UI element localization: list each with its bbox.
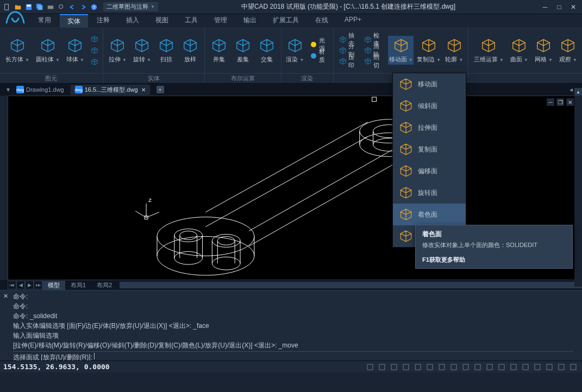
- doc-tab[interactable]: dwgDrawing1.dwg: [12, 85, 68, 95]
- workspace-dropdown[interactable]: 二维草图与注释 ▼: [103, 2, 158, 11]
- tab-工具[interactable]: 工具: [177, 14, 205, 28]
- qat-preview-icon[interactable]: [57, 2, 66, 12]
- menu-item-colorface[interactable]: 着色面: [393, 204, 466, 225]
- svg-rect-49: [391, 364, 397, 370]
- rotateface-icon: [398, 185, 414, 200]
- layout-first-icon[interactable]: ⏮: [8, 281, 16, 289]
- status-osnap-icon[interactable]: [412, 362, 423, 372]
- status-grid-icon[interactable]: [377, 362, 387, 372]
- view-button[interactable]: 观察 ▼: [557, 36, 579, 65]
- 3dop-button[interactable]: 三维运算 ▼: [472, 36, 506, 65]
- extrude-button[interactable]: 拉伸 ▼: [107, 36, 129, 65]
- status-dyn-icon[interactable]: [436, 362, 447, 372]
- qat-plot-icon[interactable]: [46, 2, 55, 12]
- layout-last-icon[interactable]: ⏭: [34, 281, 42, 289]
- status-a1-icon[interactable]: [472, 362, 483, 372]
- copyedge-icon: [420, 37, 437, 54]
- layout-next-icon[interactable]: ▶: [25, 281, 34, 289]
- maximize-button[interactable]: □: [553, 2, 566, 12]
- menu-item-copyface[interactable]: 复制面: [393, 138, 466, 160]
- surface-button[interactable]: 曲面 ▼: [508, 36, 530, 65]
- tab-视图[interactable]: 视图: [148, 14, 176, 28]
- mesh-button[interactable]: 网格 ▼: [533, 36, 555, 65]
- scroll-up-icon[interactable]: ▲: [574, 88, 582, 96]
- tab-常用[interactable]: 常用: [30, 14, 59, 28]
- svg-rect-2: [27, 4, 31, 7]
- loft-button[interactable]: 放样: [179, 36, 201, 65]
- status-ortho-icon[interactable]: [389, 362, 399, 372]
- profile-button[interactable]: 轮廓 ▼: [444, 36, 465, 65]
- menu-item-rotateface[interactable]: 旋转面: [393, 182, 466, 204]
- workspace-label: 二维草图与注释: [107, 3, 148, 11]
- qat-undo-icon[interactable]: [67, 2, 77, 12]
- status-coordinates[interactable]: 154.5135, 26.9633, 0.0000: [3, 363, 110, 371]
- status-a2-icon[interactable]: [484, 362, 495, 372]
- status-a9-icon[interactable]: [568, 362, 579, 372]
- minimize-button[interactable]: ─: [539, 2, 552, 12]
- layout-tab-模型[interactable]: 模型: [42, 281, 65, 290]
- imprint-button[interactable]: 压印: [337, 56, 361, 67]
- menu-item-moveface[interactable]: 移动面: [393, 73, 466, 95]
- status-a3-icon[interactable]: [496, 362, 507, 372]
- qat-saveall-icon[interactable]: [35, 2, 45, 12]
- menu-item-taperface[interactable]: 倾斜面: [393, 95, 466, 117]
- material-button[interactable]: 材质: [308, 50, 330, 61]
- doc-tab[interactable]: dwg16.5...三维模型.dwg✕: [71, 85, 150, 95]
- status-snap-icon[interactable]: [365, 362, 376, 372]
- tab-管理[interactable]: 管理: [206, 14, 235, 28]
- status-a4-icon[interactable]: [508, 362, 519, 372]
- surface-icon: [510, 37, 528, 54]
- torus-button[interactable]: [89, 56, 99, 67]
- new-doc-tab[interactable]: +: [152, 85, 168, 94]
- status-otrack-icon[interactable]: [424, 362, 435, 372]
- union-button[interactable]: 并集: [208, 36, 230, 65]
- light-icon: [310, 40, 317, 49]
- tab-APP+[interactable]: APP+: [337, 14, 369, 28]
- status-lwt-icon[interactable]: [448, 362, 459, 372]
- status-a8-icon[interactable]: [556, 362, 567, 372]
- menu-item-extrudeface[interactable]: 拉伸面: [393, 117, 466, 138]
- sweep-button[interactable]: 扫掠: [155, 36, 177, 65]
- status-a6-icon[interactable]: [532, 362, 543, 372]
- close-button[interactable]: ✕: [567, 2, 580, 12]
- tab-插入[interactable]: 插入: [118, 14, 147, 28]
- close-icon[interactable]: ✕: [141, 87, 146, 93]
- copyedge-button[interactable]: 复制边 ▼: [416, 36, 442, 65]
- status-a7-icon[interactable]: [544, 362, 555, 372]
- subtract-button[interactable]: 差集: [232, 36, 254, 65]
- app-logo[interactable]: [2, 8, 28, 29]
- wedge-button[interactable]: [89, 45, 99, 56]
- status-model-icon[interactable]: [460, 362, 471, 372]
- layout-hscroll[interactable]: [120, 282, 582, 288]
- render-button[interactable]: 渲染 ▼: [285, 36, 305, 65]
- menu-item-offsetface[interactable]: 偏移面: [393, 160, 466, 182]
- tab-输出[interactable]: 输出: [236, 14, 264, 28]
- layout-tab-布局1[interactable]: 布局1: [65, 281, 91, 290]
- tab-扩展工具[interactable]: 扩展工具: [265, 14, 306, 28]
- layout-prev-icon[interactable]: ◀: [16, 281, 25, 289]
- extrude-icon: [109, 37, 126, 54]
- moveface-button[interactable]: 移动面 ▼: [388, 36, 414, 65]
- cylinder-button[interactable]: 圆柱体 ▼: [34, 36, 62, 65]
- svg-rect-46: [372, 97, 377, 102]
- status-polar-icon[interactable]: [400, 362, 411, 372]
- doc-tab-dropdown[interactable]: ▾: [7, 86, 10, 93]
- box-button[interactable]: 长方体 ▼: [3, 36, 32, 65]
- cmd-close-icon[interactable]: ✕: [3, 292, 8, 301]
- layout-tab-布局2[interactable]: 布局2: [91, 281, 117, 290]
- tab-实体[interactable]: 实体: [60, 14, 88, 28]
- qat-redo-icon[interactable]: [78, 2, 88, 12]
- intersect-button[interactable]: 交集: [256, 36, 278, 65]
- qat-help-icon[interactable]: ?: [89, 2, 99, 12]
- tab-在线[interactable]: 在线: [308, 14, 336, 28]
- command-window[interactable]: ✕ 命令:命令:命令: _solidedit输入实体编辑选项 [面(F)/边(E…: [0, 290, 582, 361]
- sphere-button[interactable]: 球体 ▼: [64, 36, 86, 65]
- cone-button[interactable]: [89, 34, 99, 45]
- section-button[interactable]: 剖切: [362, 56, 386, 67]
- svg-point-35: [212, 257, 240, 270]
- layout-tabs: ⏮ ◀ ▶ ⏭ 模型布局1布局2: [0, 280, 582, 290]
- tab-注释[interactable]: 注释: [89, 14, 117, 28]
- vertical-scrollbar[interactable]: ▲: [574, 88, 582, 287]
- status-a5-icon[interactable]: [520, 362, 531, 372]
- revolve-button[interactable]: 旋转 ▼: [131, 36, 153, 65]
